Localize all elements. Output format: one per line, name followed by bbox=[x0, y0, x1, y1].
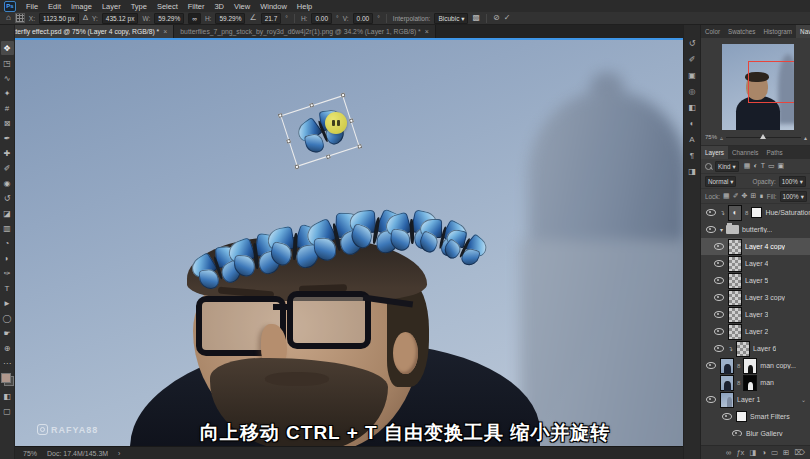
transform-handle[interactable] bbox=[349, 118, 354, 123]
layer-thumbnail[interactable] bbox=[736, 341, 750, 357]
blend-mode-select[interactable]: Normal▾ bbox=[705, 176, 736, 187]
menu-type[interactable]: Type bbox=[131, 2, 147, 11]
interpolation-select[interactable]: Bicubic ▾ bbox=[434, 13, 468, 24]
opacity-input[interactable]: 100%▾ bbox=[779, 176, 806, 187]
visibility-toggle[interactable] bbox=[713, 260, 725, 267]
crop-tool[interactable]: # bbox=[1, 101, 14, 115]
layer-thumbnail[interactable] bbox=[720, 375, 734, 391]
delete-layer-icon[interactable]: ⌦ bbox=[794, 449, 805, 457]
filter-smart-icon[interactable]: ▣ bbox=[778, 162, 785, 170]
group-expand-icon[interactable]: ▾ bbox=[720, 226, 723, 233]
document-tab-1[interactable]: butterfly effect.psd @ 75% (Layer 4 copy… bbox=[0, 25, 174, 38]
transform-handle[interactable] bbox=[286, 139, 291, 144]
layer-row-layer-4-copy[interactable]: Layer 4 copy bbox=[701, 238, 810, 255]
frame-tool[interactable]: ⊠ bbox=[1, 116, 14, 130]
visibility-toggle[interactable] bbox=[713, 243, 725, 250]
shape-tool[interactable]: ◯ bbox=[1, 311, 14, 325]
layer-row-layer-4[interactable]: Layer 4 bbox=[701, 255, 810, 272]
tab-layers[interactable]: Layers bbox=[701, 146, 728, 159]
layer-thumbnail[interactable] bbox=[728, 256, 742, 272]
clone-stamp-tool[interactable]: ◉ bbox=[1, 176, 14, 190]
commit-transform-icon[interactable]: ✓ bbox=[504, 13, 511, 23]
canvas[interactable]: RAFYA88 向上移动 CTRL + T 自由变换工具 缩小并旋转 bbox=[15, 38, 683, 446]
lock-all-icon[interactable]: ∎ bbox=[759, 192, 763, 200]
layer-row-blur-gallery[interactable]: Blur Gallery bbox=[701, 425, 810, 436]
tab-paths[interactable]: Paths bbox=[763, 146, 787, 159]
move-tool[interactable]: ✥ bbox=[1, 41, 14, 55]
properties-panel-icon[interactable]: ◨ bbox=[688, 167, 696, 176]
filter-pixel-icon[interactable]: ▦ bbox=[744, 162, 751, 170]
type-tool[interactable]: T bbox=[1, 281, 14, 295]
layer-row-layer-6[interactable]: ↴Layer 6 bbox=[701, 340, 810, 357]
history-panel-icon[interactable]: ↺ bbox=[689, 39, 696, 48]
adjustment-layer-icon[interactable]: ◑ bbox=[761, 449, 766, 457]
layer-thumbnail[interactable] bbox=[728, 239, 742, 255]
visibility-toggle[interactable] bbox=[705, 396, 717, 403]
layer-row-layer-2[interactable]: Layer 2 bbox=[701, 323, 810, 340]
marquee-tool[interactable]: ◳ bbox=[1, 56, 14, 70]
close-tab-icon[interactable]: × bbox=[163, 28, 167, 35]
layer-row-butterfly-[interactable]: ▾butterfly... bbox=[701, 221, 810, 238]
lasso-tool[interactable]: ∿ bbox=[1, 71, 14, 85]
visibility-toggle[interactable] bbox=[705, 226, 717, 233]
zoom-in-icon[interactable]: ▴ bbox=[804, 134, 807, 141]
gradient-tool[interactable]: ▥ bbox=[1, 221, 14, 235]
layer-row-layer-3[interactable]: Layer 3 bbox=[701, 306, 810, 323]
layer-mask-thumbnail[interactable] bbox=[743, 358, 757, 374]
eraser-tool[interactable]: ◪ bbox=[1, 206, 14, 220]
warp-mode-icon[interactable]: ▩ bbox=[472, 13, 480, 23]
layer-row-layer-1[interactable]: Layer 1⌄ bbox=[701, 391, 810, 408]
menu-window[interactable]: Window bbox=[260, 2, 287, 11]
navigator-view-box[interactable] bbox=[748, 61, 794, 103]
visibility-toggle[interactable] bbox=[713, 328, 725, 335]
smart-filter-thumbnail[interactable] bbox=[736, 411, 747, 422]
visibility-toggle[interactable] bbox=[721, 413, 733, 420]
menu-3d[interactable]: 3D bbox=[214, 2, 224, 11]
layer-thumbnail[interactable] bbox=[720, 358, 734, 374]
cancel-transform-icon[interactable]: ⊘ bbox=[493, 13, 500, 23]
height-input[interactable]: 59.29% bbox=[215, 13, 245, 24]
libraries-panel-icon[interactable]: ◎ bbox=[689, 87, 696, 96]
transform-handle[interactable] bbox=[278, 113, 283, 118]
adjustments-panel-icon[interactable]: ◧ bbox=[688, 103, 696, 112]
brush-settings-panel-icon[interactable]: ✐ bbox=[689, 55, 696, 64]
layer-style-icon[interactable]: ƒx bbox=[736, 449, 744, 457]
visibility-toggle[interactable] bbox=[713, 277, 725, 284]
home-icon[interactable]: ⌂ bbox=[6, 13, 11, 23]
zoom-tool[interactable]: ⊕ bbox=[1, 341, 14, 355]
zoom-out-icon[interactable]: ▵ bbox=[720, 134, 723, 141]
lock-pixels-icon[interactable]: ✐ bbox=[733, 192, 739, 200]
layer-thumbnail[interactable] bbox=[728, 307, 742, 323]
width-input[interactable]: 59.29% bbox=[154, 13, 184, 24]
zoom-slider-thumb[interactable] bbox=[760, 134, 766, 139]
new-group-icon[interactable]: ▭ bbox=[771, 449, 778, 457]
clone-source-panel-icon[interactable]: ▣ bbox=[688, 71, 696, 80]
history-brush-tool[interactable]: ↺ bbox=[1, 191, 14, 205]
layer-row-smart-filters[interactable]: Smart Filters bbox=[701, 408, 810, 425]
layer-row-man[interactable]: 8man bbox=[701, 374, 810, 391]
filter-adjustment-icon[interactable]: ◐ bbox=[753, 162, 757, 170]
transform-handle[interactable] bbox=[341, 93, 346, 98]
lock-artboard-icon[interactable]: ⊞ bbox=[750, 192, 756, 200]
layer-row-layer-5[interactable]: Layer 5 bbox=[701, 272, 810, 289]
tab-color[interactable]: Color bbox=[701, 25, 724, 38]
lock-position-icon[interactable]: ✥ bbox=[742, 192, 748, 200]
menu-select[interactable]: Select bbox=[157, 2, 178, 11]
foreground-color-swatch[interactable] bbox=[1, 373, 11, 383]
navigator-thumbnail[interactable] bbox=[722, 44, 794, 130]
layer-row-man-copy-[interactable]: 8man copy... bbox=[701, 357, 810, 374]
menu-edit[interactable]: Edit bbox=[48, 2, 61, 11]
layer-thumbnail[interactable] bbox=[728, 324, 742, 340]
hand-tool[interactable]: ☛ bbox=[1, 326, 14, 340]
tab-channels[interactable]: Channels bbox=[728, 146, 763, 159]
visibility-toggle[interactable] bbox=[713, 345, 725, 352]
close-tab-icon[interactable]: × bbox=[425, 28, 429, 35]
quick-mask-icon[interactable]: ◧ bbox=[1, 389, 14, 403]
more-tools-icon[interactable]: ⋯ bbox=[1, 356, 14, 370]
brush-tool[interactable]: ✐ bbox=[1, 161, 14, 175]
menu-image[interactable]: Image bbox=[71, 2, 92, 11]
y-input[interactable]: 435.12 px bbox=[102, 13, 139, 24]
tab-swatches[interactable]: Swatches bbox=[724, 25, 759, 38]
x-input[interactable]: 1123.50 px bbox=[39, 13, 79, 24]
tab-histogram[interactable]: Histogram bbox=[759, 25, 796, 38]
